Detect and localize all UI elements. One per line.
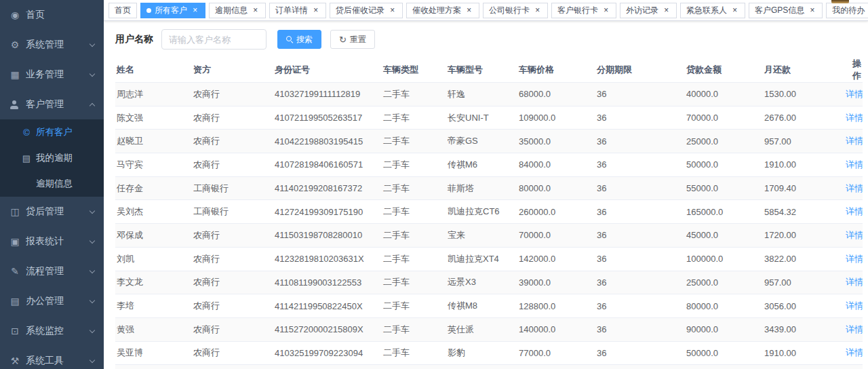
close-icon[interactable]: × <box>662 6 671 15</box>
cell-funder: 工商银行 <box>192 365 273 369</box>
cell-term: 36 <box>595 294 685 318</box>
cell-funder: 农商行 <box>192 341 273 365</box>
detail-link[interactable]: 详情 <box>846 136 863 146</box>
cell-term: 36 <box>595 317 685 341</box>
tab[interactable]: 紧急联系人 × <box>680 3 745 18</box>
cell-term: 36 <box>595 106 685 130</box>
detail-link[interactable]: 详情 <box>846 230 863 240</box>
tab[interactable]: 我的待办 × <box>826 3 868 18</box>
cell-model: 凯迪拉克XT4 <box>446 247 517 271</box>
close-icon[interactable]: × <box>251 6 260 15</box>
tab[interactable]: 公司银行卡 × <box>483 3 548 18</box>
cell-model: 帝豪GS <box>446 130 517 153</box>
tab[interactable]: 逾期信息 × <box>209 3 266 18</box>
sidebar-item[interactable]: ⊡ 系统监控 <box>0 316 104 346</box>
sidebar-item[interactable]: ⚙ 系统管理 <box>0 30 104 60</box>
table-row: 李培 农商行 41142119950822450X 二手车 传祺M8 12880… <box>115 294 863 318</box>
sidebar-item[interactable]: ▦ 业务管理 <box>0 60 104 90</box>
cell-action: 详情 <box>844 153 863 177</box>
tab[interactable]: 客户银行卡 × <box>551 3 616 18</box>
cell-name: 赵晓卫 <box>115 130 192 153</box>
tab[interactable]: 贷后催收记录 × <box>330 3 403 18</box>
cell-funder: 农商行 <box>192 106 273 130</box>
chevron-down-icon <box>90 267 95 273</box>
sidebar-subitem-label: 逾期信息 <box>36 178 97 190</box>
detail-link[interactable]: 详情 <box>846 277 863 287</box>
cell-loan: 45000.0 <box>685 224 763 248</box>
detail-link[interactable]: 详情 <box>846 113 863 123</box>
close-icon[interactable]: × <box>388 6 397 15</box>
search-button[interactable]: 搜索 <box>277 30 321 49</box>
detail-link[interactable]: 详情 <box>846 324 863 334</box>
cell-vehicle-type: 二手车 <box>382 224 446 248</box>
sidebar-subitem[interactable]: © 所有客户 <box>0 119 104 145</box>
reset-button[interactable]: ↻ 重置 <box>330 30 375 49</box>
sidebar-bottom-group: ◫ 贷后管理 ▣ 报表统计 ✎ 流程管理 ▤ <box>0 197 104 369</box>
app-window: ◉ 首页 ⚙ 系统管理 ▦ 业务管理 客户 <box>0 0 868 369</box>
chevron-down-icon <box>90 357 95 362</box>
tab-label: 订单详情 <box>275 5 308 16</box>
cell-vehicle-type: 二手车 <box>382 200 446 224</box>
sidebar-item-label: 贷后管理 <box>26 206 85 218</box>
tab[interactable]: 催收处理方案 × <box>406 3 479 18</box>
cell-funder: 农商行 <box>192 130 273 153</box>
cell-id-number: 41232819810203631X <box>273 247 382 271</box>
sidebar-item[interactable]: ▤ 办公管理 <box>0 286 104 316</box>
tab[interactable]: 客户GPS信息 × <box>749 3 823 18</box>
close-icon[interactable]: × <box>465 6 473 15</box>
tab[interactable]: 外访记录 × <box>620 3 677 18</box>
detail-link[interactable]: 详情 <box>846 347 863 357</box>
detail-link[interactable]: 详情 <box>846 89 863 99</box>
cell-loan <box>685 365 763 369</box>
sidebar-item[interactable]: 客户管理 <box>0 90 104 119</box>
table-body: 周志洋 农商行 410327199111112819 二手车 轩逸 68000.… <box>115 83 863 369</box>
cell-monthly: 1910.00 <box>763 341 844 365</box>
cell-id-number: 41142119950822450X <box>273 294 382 318</box>
cell-name: 吴刘杰 <box>115 200 192 224</box>
column-header: 资方 <box>192 58 273 83</box>
cell-monthly: 3822.00 <box>763 247 844 271</box>
sidebar-item[interactable]: ◉ 首页 <box>0 0 104 30</box>
search-input[interactable] <box>161 29 267 50</box>
sidebar-item[interactable]: ⚒ 系统工具 <box>0 346 104 369</box>
sidebar-subitem[interactable]: ▤ 我的逾期 <box>0 145 104 171</box>
close-icon[interactable]: × <box>533 6 542 15</box>
cell-name <box>115 365 192 369</box>
cell-vehicle-type: 二手车 <box>382 247 446 271</box>
detail-link[interactable]: 详情 <box>846 159 863 170</box>
close-icon[interactable]: × <box>601 6 610 15</box>
sidebar-item[interactable]: ◫ 贷后管理 <box>0 197 104 227</box>
tab[interactable]: 订单详情 × <box>269 3 326 18</box>
cell-price: 142000.0 <box>517 247 595 271</box>
sidebar-subitem[interactable]: 逾期信息 <box>0 171 104 197</box>
cell-name: 刘凯 <box>115 247 192 271</box>
cell-action: 详情 <box>844 365 863 369</box>
detail-link[interactable]: 详情 <box>846 300 863 311</box>
cell-action: 详情 <box>844 341 863 365</box>
chevron-down-icon <box>90 327 95 332</box>
cell-id-number: 410422198803195415 <box>273 130 382 153</box>
cell-funder: 工商银行 <box>192 200 273 224</box>
menu-icon: ⊡ <box>9 326 20 336</box>
cell-id-number: 41152720000215809X <box>273 317 382 341</box>
sidebar-item[interactable]: ✎ 流程管理 <box>0 256 104 286</box>
table-row: 吴亚博 农商行 410325199709223094 二手车 影豹 77000.… <box>115 341 863 365</box>
sidebar-item[interactable]: ▣ 报表统计 <box>0 227 104 256</box>
close-icon[interactable]: × <box>730 6 739 15</box>
detail-link[interactable]: 详情 <box>846 183 863 193</box>
tab-label: 紧急联系人 <box>686 5 727 16</box>
close-icon[interactable]: × <box>191 6 199 15</box>
detail-link[interactable]: 详情 <box>846 254 863 264</box>
sidebar-item-label: 业务管理 <box>26 69 85 81</box>
tab[interactable]: 所有客户 × <box>140 3 205 18</box>
close-icon[interactable]: × <box>311 6 320 15</box>
cell-id-number: 411402199208167372 <box>273 176 382 200</box>
cell-monthly: 957.00 <box>763 271 844 294</box>
avatar[interactable] <box>831 0 849 3</box>
tab[interactable]: 首页 <box>108 3 137 18</box>
detail-link[interactable]: 详情 <box>846 206 863 216</box>
close-icon[interactable]: × <box>808 6 816 15</box>
cell-action: 详情 <box>844 200 863 224</box>
cell-action: 详情 <box>844 106 863 130</box>
cell-action: 详情 <box>844 130 863 153</box>
